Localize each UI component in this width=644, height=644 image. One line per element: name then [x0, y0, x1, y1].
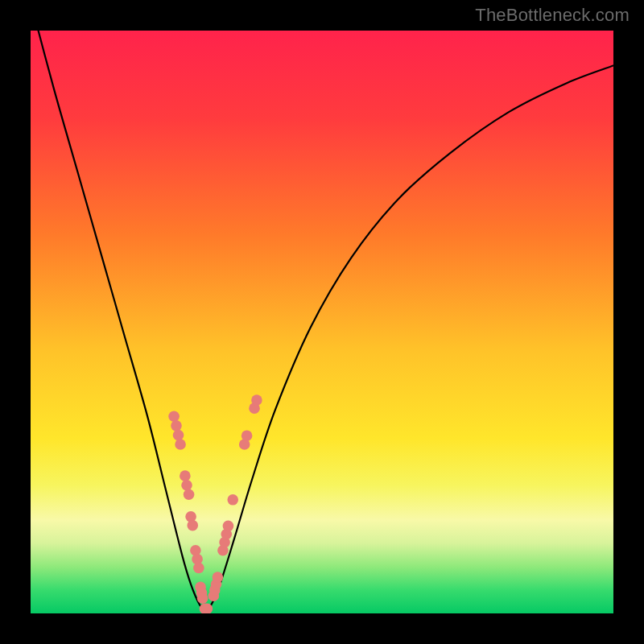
watermark-text: TheBottleneck.com — [475, 5, 630, 26]
data-point-marker — [193, 563, 204, 574]
data-point-marker — [175, 439, 186, 450]
data-point-marker — [168, 411, 180, 422]
outer-frame: TheBottleneck.com — [0, 0, 644, 644]
marker-layer — [31, 31, 613, 613]
data-point-marker — [180, 470, 191, 481]
data-point-marker — [184, 489, 195, 501]
plot-area — [31, 31, 613, 613]
data-point-marker — [251, 394, 262, 406]
data-point-marker — [242, 430, 253, 441]
data-point-marker — [197, 592, 208, 604]
data-point-marker — [227, 494, 238, 506]
data-point-marker — [181, 480, 192, 491]
data-point-marker — [173, 430, 184, 441]
data-point-marker — [187, 520, 198, 531]
data-point-marker — [223, 521, 234, 532]
data-point-marker — [171, 420, 182, 431]
data-point-marker — [213, 572, 224, 583]
